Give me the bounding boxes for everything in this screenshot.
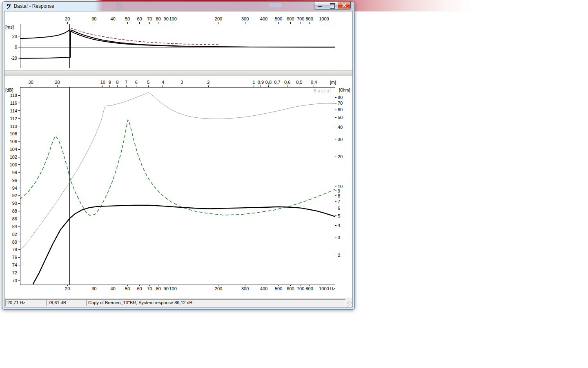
axis-tick-label: 86 <box>12 216 17 221</box>
axis-tick-label: 7 <box>125 80 127 85</box>
status-message: Copy of Bremen_10"BR, System response 86… <box>86 299 345 306</box>
close-icon <box>338 2 350 9</box>
window-title: Basta! - Response <box>14 3 54 9</box>
axis-tick-label: 3 <box>338 235 340 240</box>
axis-tick-label: 400 <box>260 286 267 291</box>
maximize-button[interactable] <box>326 2 338 9</box>
axis-tick-label: 30 <box>91 16 96 21</box>
response-chart: 3020109876543210,90,80,70,60,50,4[m]2030… <box>4 75 352 298</box>
axis-tick-label: 30 <box>28 80 33 85</box>
axis-tick-label: 76 <box>12 255 17 260</box>
axis-tick-label: 90 <box>164 286 169 291</box>
axis-tick-label: 50 <box>338 115 343 120</box>
axis-tick-label: 82 <box>12 232 17 237</box>
resize-grip-icon[interactable] <box>347 301 352 307</box>
axis-tick-label: -20 <box>11 56 17 61</box>
axis-tick-label: 40 <box>110 286 115 291</box>
axis-tick-label: 72 <box>12 270 17 275</box>
maximize-icon <box>330 3 335 9</box>
axis-tick-label: 40 <box>338 125 343 130</box>
axis-tick-label: 116 <box>10 101 17 105</box>
axis-tick-label: 1000 <box>319 16 329 21</box>
axis-tick-label: 100 <box>169 16 176 21</box>
minimize-icon <box>318 6 322 7</box>
axis-tick-label: 700 <box>297 16 304 21</box>
axis-tick-label: 0 <box>15 45 17 49</box>
axis-tick-label: 102 <box>10 155 17 159</box>
axis-tick-label: 20 <box>65 16 70 21</box>
axis-tick-label: 20 <box>65 286 70 291</box>
axis-tick-label: 10 <box>100 80 105 85</box>
group-delay-chart: 2030405060708090100200300400500600700800… <box>4 11 352 70</box>
axis-tick-label: 800 <box>305 16 313 21</box>
axis-tick-label: 4 <box>338 223 340 228</box>
axis-tick-label: 50 <box>125 16 130 21</box>
axis-tick-label: 60 <box>137 286 142 291</box>
axis-tick-label: 110 <box>10 124 17 129</box>
axis-tick-label: 6 <box>135 80 138 85</box>
axis-tick-label: 6 <box>338 206 340 211</box>
window-titlebar[interactable]: Basta! - Response <box>2 2 354 11</box>
axis-tick-label: 94 <box>12 186 17 191</box>
axis-tick-label: 20 <box>55 80 60 85</box>
axis-tick-label: 70 <box>12 278 17 283</box>
axis-tick-label: 50 <box>125 286 130 291</box>
axis-tick-label: 600 <box>287 16 294 21</box>
axis-tick-label: 2 <box>207 80 209 85</box>
system-delay-curve <box>20 30 335 47</box>
axis-tick-label: 400 <box>260 16 267 21</box>
axis-tick-label: 100 <box>10 162 17 167</box>
axis-tick-label: 112 <box>10 116 17 121</box>
axis-tick-label: 800 <box>305 286 313 291</box>
hz-unit-label: Hz <box>330 286 335 291</box>
axis-tick-label: 70 <box>147 286 152 291</box>
axis-tick-label: 98 <box>12 170 17 175</box>
axis-tick-label: 300 <box>241 286 249 291</box>
axis-tick-label: 100 <box>169 286 176 291</box>
axis-tick-label: 1 <box>253 80 255 85</box>
spl-response-curve <box>33 205 335 284</box>
axis-tick-label: 74 <box>12 263 17 267</box>
axis-tick-label: 84 <box>12 224 17 229</box>
close-button[interactable] <box>338 2 350 9</box>
axis-tick-label: 114 <box>10 108 17 113</box>
axis-tick-label: 20 <box>12 34 17 39</box>
client-area: 2030405060708090100200300400500600700800… <box>4 11 353 307</box>
db-axis-label: [dB] <box>5 88 13 92</box>
axis-tick-label: 60 <box>137 16 142 21</box>
axis-tick-label: 78 <box>12 247 17 252</box>
axis-tick-label: 8 <box>338 193 340 198</box>
ms-axis-label: [ms] <box>5 25 14 29</box>
meter-axis-label: [m] <box>330 80 336 85</box>
minimize-button[interactable] <box>314 2 326 9</box>
axis-tick-label: 500 <box>275 286 282 291</box>
axis-tick-label: 0,5 <box>296 80 302 85</box>
max-spl-curve <box>20 92 335 250</box>
axis-tick-label: 7 <box>338 199 340 204</box>
axis-tick-label: 0,7 <box>274 80 280 85</box>
axis-tick-label: 200 <box>215 16 222 21</box>
app-window: Basta! - Response 2030405060708090100200… <box>2 1 355 310</box>
reference-delay-curve <box>71 28 218 45</box>
axis-tick-label: 300 <box>241 16 249 21</box>
axis-tick-label: 200 <box>215 286 222 291</box>
axis-tick-label: 4 <box>162 80 164 85</box>
axis-tick-label: 106 <box>10 139 17 144</box>
axis-tick-label: 80 <box>338 95 343 100</box>
axis-tick-label: 20 <box>338 154 343 159</box>
axis-tick-label: 60 <box>338 107 343 112</box>
axis-tick-label: 30 <box>338 137 343 142</box>
axis-tick-label: 104 <box>10 147 17 152</box>
axis-tick-label: 3 <box>180 80 183 85</box>
axis-tick-label: 9 <box>109 80 111 85</box>
axis-tick-label: 8 <box>116 80 119 85</box>
axis-tick-label: 118 <box>10 93 17 98</box>
axis-tick-label: 90 <box>12 201 17 206</box>
impedance-curve <box>20 120 335 216</box>
bass-clef-icon <box>5 3 12 9</box>
axis-tick-label: 2 <box>338 253 340 258</box>
axis-tick-label: 0,6 <box>284 80 290 85</box>
axis-tick-label: 600 <box>287 286 294 291</box>
status-level-readout: 78,61 dB <box>46 299 87 306</box>
axis-tick-label: 700 <box>297 286 304 291</box>
